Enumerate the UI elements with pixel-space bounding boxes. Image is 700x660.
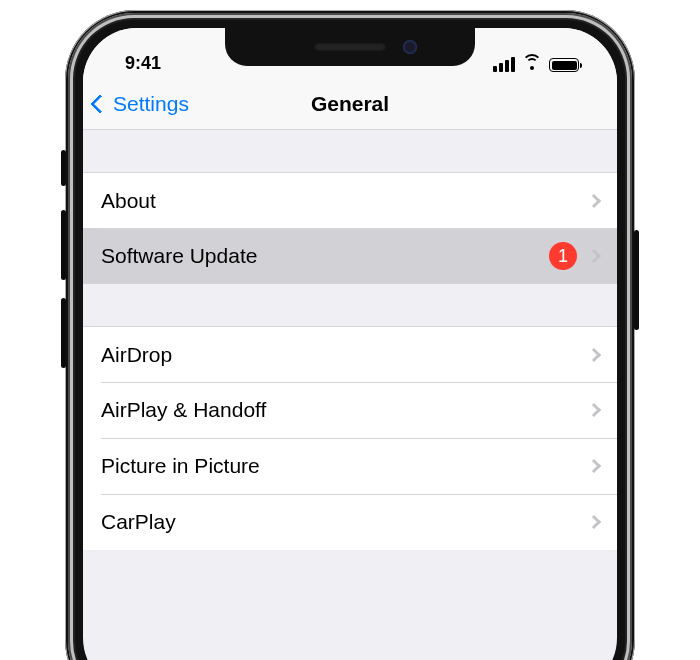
chevron-right-icon [587,347,601,361]
row-label: CarPlay [101,510,589,534]
volume-down-button [61,298,66,368]
row-label: About [101,189,589,213]
mute-switch [61,150,66,186]
row-software-update[interactable]: Software Update 1 [83,228,617,284]
row-airplay-handoff[interactable]: AirPlay & Handoff [83,382,617,438]
back-button[interactable]: Settings [93,92,311,116]
row-about[interactable]: About [83,172,617,228]
group-separator [83,130,617,172]
battery-icon [549,58,579,72]
row-carplay[interactable]: CarPlay [83,494,617,550]
chevron-right-icon [587,515,601,529]
row-picture-in-picture[interactable]: Picture in Picture [83,438,617,494]
power-button [634,230,639,330]
group-separator [83,284,617,326]
chevron-left-icon [90,94,110,114]
row-label: AirPlay & Handoff [101,398,589,422]
back-button-label: Settings [113,92,189,116]
volume-up-button [61,210,66,280]
row-airdrop[interactable]: AirDrop [83,326,617,382]
notch [225,28,475,66]
cellular-signal-icon [493,57,515,72]
screen: 9:41 Settings General About [83,28,617,660]
device-frame: 9:41 Settings General About [65,10,635,660]
page-title: General [311,92,389,116]
wifi-icon [522,57,542,72]
row-label: Picture in Picture [101,454,589,478]
notification-badge: 1 [549,242,577,270]
navigation-bar: Settings General [83,78,617,130]
chevron-right-icon [587,193,601,207]
earpiece-speaker [314,43,386,51]
row-label: Software Update [101,244,549,268]
chevron-right-icon [587,403,601,417]
row-label: AirDrop [101,343,589,367]
chevron-right-icon [587,248,601,262]
status-time: 9:41 [113,53,161,74]
chevron-right-icon [587,459,601,473]
camera-icon [403,40,417,54]
